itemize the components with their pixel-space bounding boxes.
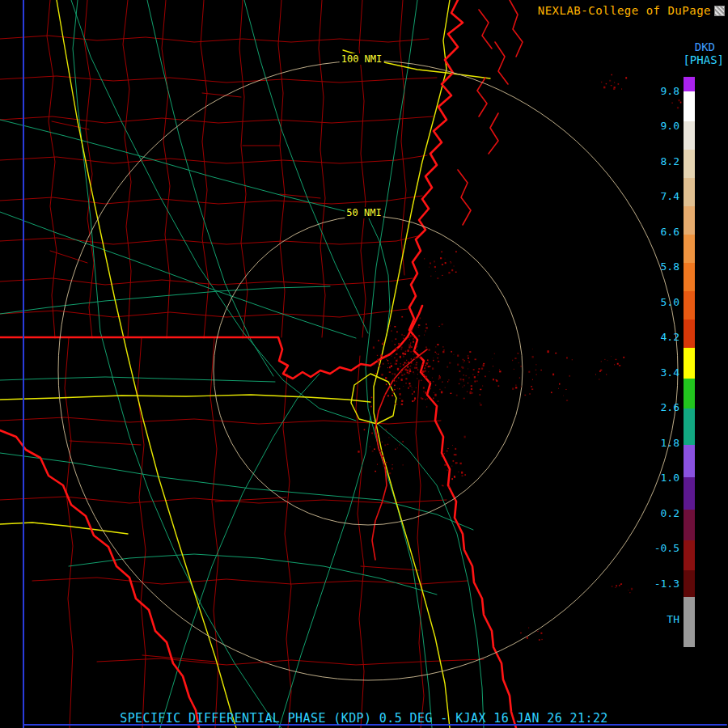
radar-echo (469, 351, 471, 353)
radar-echo (468, 358, 469, 359)
radar-echo (425, 324, 426, 325)
radar-echo (401, 375, 403, 376)
colorbar-segment (684, 379, 695, 408)
county-border (210, 338, 218, 728)
radar-display: NEXLAB-College of DuPage DKD [PHAS] 9.89… (0, 0, 728, 728)
radar-echo (471, 388, 472, 390)
radar-echo (423, 391, 424, 392)
radar-echo (492, 358, 493, 359)
county-border (278, 0, 285, 337)
radar-echo (370, 447, 370, 447)
radar-echo (441, 391, 442, 393)
radar-echo (413, 341, 414, 343)
county-border (0, 36, 429, 42)
county-border (123, 0, 131, 338)
colorbar-segment (684, 408, 695, 445)
radar-echo (395, 363, 396, 365)
radar-echo (541, 639, 542, 640)
radar-echo (565, 389, 566, 390)
radar-echo (528, 628, 529, 629)
radar-echo (467, 392, 468, 392)
radar-echo (425, 328, 427, 329)
radar-echo (477, 375, 478, 375)
radar-echo (408, 370, 408, 370)
radar-echo (403, 354, 404, 356)
highway-green (374, 421, 484, 728)
radar-echo (462, 475, 463, 476)
radar-echo (395, 449, 396, 450)
radar-echo (409, 385, 411, 387)
county-border (0, 155, 427, 163)
radar-echo (389, 325, 391, 327)
radar-echo (420, 317, 421, 319)
radar-echo (408, 345, 409, 345)
radar-echo (372, 451, 374, 452)
radar-echo (483, 365, 485, 367)
radar-echo (481, 368, 483, 370)
radar-echo (413, 353, 414, 354)
radar-echo (397, 353, 398, 354)
radar-echo (463, 375, 464, 375)
radar-echo (405, 350, 407, 352)
radar-echo (474, 376, 476, 378)
radar-echo (404, 374, 405, 375)
radar-echo (374, 448, 375, 450)
radar-echo (496, 379, 497, 380)
radar-echo (386, 359, 387, 360)
colorbar-segment (684, 77, 695, 91)
radar-echo (493, 366, 493, 366)
radar-echo (489, 371, 489, 372)
radar-echo (395, 375, 396, 376)
radar-echo (455, 251, 457, 252)
radar-echo (463, 379, 464, 380)
radar-echo (512, 387, 514, 390)
radar-echo (392, 468, 393, 469)
colorbar-segment (684, 206, 695, 235)
radar-echo (449, 362, 451, 364)
radar-echo (387, 363, 389, 364)
radar-echo (473, 369, 475, 370)
product-code: DKD (695, 40, 715, 53)
radar-echo (408, 383, 410, 384)
radar-echo (414, 357, 416, 358)
radar-echo (599, 379, 599, 379)
radar-echo (619, 365, 620, 366)
radar-echo (558, 388, 559, 389)
radar-echo (416, 364, 417, 366)
radar-echo (459, 383, 459, 384)
radar-echo (595, 374, 596, 375)
radar-echo (396, 338, 397, 339)
radar-echo (539, 639, 540, 640)
radar-echo (599, 370, 601, 372)
radar-echo (425, 392, 427, 394)
radar-echo (415, 338, 416, 339)
highway-green (0, 120, 368, 217)
radar-echo (441, 456, 442, 457)
radar-echo (442, 485, 442, 486)
highway-green (71, 0, 356, 421)
radar-echo (606, 83, 607, 84)
radar-echo (397, 447, 398, 448)
radar-echo (383, 342, 384, 343)
radar-echo (400, 398, 400, 399)
radar-echo (440, 257, 442, 259)
county-border (32, 578, 468, 584)
radar-echo (512, 360, 513, 361)
radar-echo (437, 344, 438, 345)
radar-echo (478, 371, 480, 373)
radar-echo (430, 388, 431, 389)
radar-echo (616, 359, 617, 360)
radar-echo (380, 366, 381, 367)
county-border (138, 338, 146, 728)
radar-echo (401, 369, 403, 370)
radar-echo (445, 387, 446, 388)
radar-echo (427, 398, 428, 399)
radar-echo (413, 364, 414, 365)
radar-echo (532, 356, 534, 358)
radar-echo (521, 386, 522, 387)
radar-echo (614, 82, 615, 83)
radar-echo (459, 370, 460, 372)
radar-echo (679, 99, 680, 101)
colorbar-label: TH (634, 614, 679, 625)
radar-echo (465, 375, 467, 376)
